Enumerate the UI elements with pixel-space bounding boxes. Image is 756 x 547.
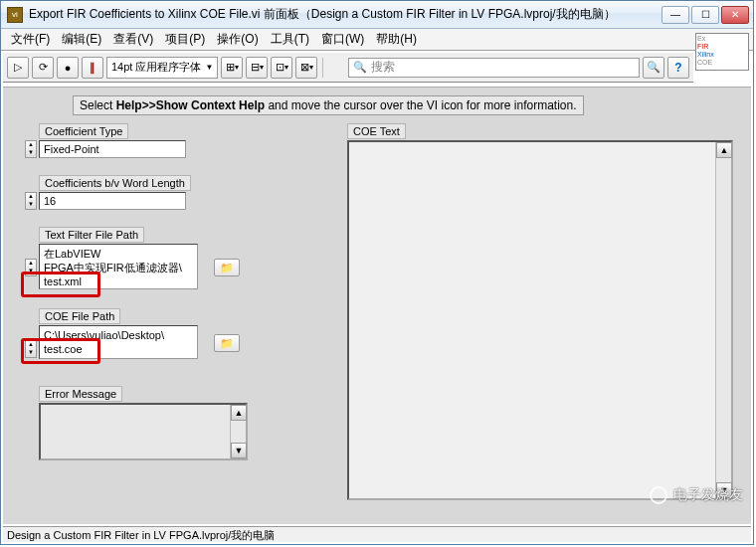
text-filter-path-label: Text Filter File Path [39,227,144,243]
window-title: Export FIR Coefficients to Xilinx COE Fi… [29,6,662,23]
vi-icon[interactable]: Ex FIR Xilinx COE [695,33,749,71]
coefficient-type-input[interactable]: Fixed-Point [39,140,186,158]
toolbar: ▷ ⟳ ● ‖ 14pt 应用程序字体 ▼ ⊞▾ ⊟▾ ⊡▾ ⊠▾ 🔍 搜索 🔍… [3,53,693,83]
scroll-up-icon[interactable]: ▲ [716,142,732,158]
menu-operate[interactable]: 操作(O) [211,29,264,50]
scroll-up-icon[interactable]: ▲ [231,405,247,421]
menu-window[interactable]: 窗口(W) [315,29,370,50]
menu-tools[interactable]: 工具(T) [265,29,315,50]
toolbar-divider [322,58,323,78]
statusbar: Design a Custom FIR Filter in LV FPGA.lv… [3,526,751,542]
coe-path-spinner[interactable]: ▲▼ [25,340,37,358]
app-icon: vi [7,7,23,23]
window-controls: — ☐ ✕ [662,6,749,24]
coe-file-path-input[interactable]: C:\Users\yuliao\Desktop\ test.coe [39,325,198,359]
watermark: 电子发烧友 [650,486,743,504]
menu-help[interactable]: 帮助(H) [370,29,423,50]
maximize-button[interactable]: ☐ [691,6,719,24]
minimize-button[interactable]: — [662,6,689,24]
menu-project[interactable]: 项目(P) [159,29,211,50]
watermark-logo-icon [650,486,667,504]
scroll-down-icon[interactable]: ▼ [231,443,247,458]
align-button[interactable]: ⊞▾ [221,57,243,79]
help-button[interactable]: ? [667,57,689,79]
font-selector[interactable]: 14pt 应用程序字体 ▼ [106,57,218,79]
chevron-down-icon: ▼ [205,63,213,72]
font-label: 14pt 应用程序字体 [111,60,201,75]
close-button[interactable]: ✕ [721,6,749,24]
abort-button[interactable]: ● [57,57,79,79]
menu-edit[interactable]: 编辑(E) [56,29,107,50]
run-continuous-button[interactable]: ⟳ [32,57,54,79]
word-length-label: Coefficients b/v Word Length [39,175,191,191]
run-button[interactable]: ▷ [7,57,29,79]
coe-path-browse-button[interactable]: 📁 [214,334,240,352]
resize-button[interactable]: ⊡▾ [271,57,292,79]
coefficient-type-spinner[interactable]: ▲▼ [25,140,37,158]
coe-file-path-label: COE File Path [39,308,120,324]
main-window: vi Export FIR Coefficients to Xilinx COE… [0,0,754,545]
text-filter-path-input[interactable]: 在LabVIEW FPGA中实现FIR低通滤波器\ test.xml [39,244,198,289]
coe-text-output: ▲ ▼ [347,140,733,500]
coe-text-label: COE Text [347,123,406,139]
error-message-output: ▲ ▼ [39,403,248,460]
search-button[interactable]: 🔍 [643,57,664,79]
coe-text-scrollbar[interactable]: ▲ ▼ [715,142,731,498]
word-length-input[interactable]: 16 [39,192,186,210]
reorder-button[interactable]: ⊠▾ [295,57,317,79]
search-icon: 🔍 [353,61,367,74]
context-help-banner: Select Help>>Show Context Help and move … [73,95,584,115]
text-path-spinner[interactable]: ▲▼ [25,259,37,276]
error-message-label: Error Message [39,386,122,402]
word-length-spinner[interactable]: ▲▼ [25,192,37,210]
text-path-browse-button[interactable]: 📁 [214,259,240,276]
menu-file[interactable]: 文件(F) [5,29,56,50]
distribute-button[interactable]: ⊟▾ [246,57,268,79]
coefficient-type-label: Coefficient Type [39,123,128,139]
search-box[interactable]: 🔍 搜索 [348,58,640,78]
search-placeholder: 搜索 [371,59,395,76]
menu-view[interactable]: 查看(V) [107,29,159,50]
menubar: 文件(F) 编辑(E) 查看(V) 项目(P) 操作(O) 工具(T) 窗口(W… [1,29,753,51]
error-scrollbar[interactable]: ▲ ▼ [230,405,246,458]
titlebar: vi Export FIR Coefficients to Xilinx COE… [1,1,753,29]
pause-button[interactable]: ‖ [82,57,103,79]
front-panel: Select Help>>Show Context Help and move … [3,87,751,524]
